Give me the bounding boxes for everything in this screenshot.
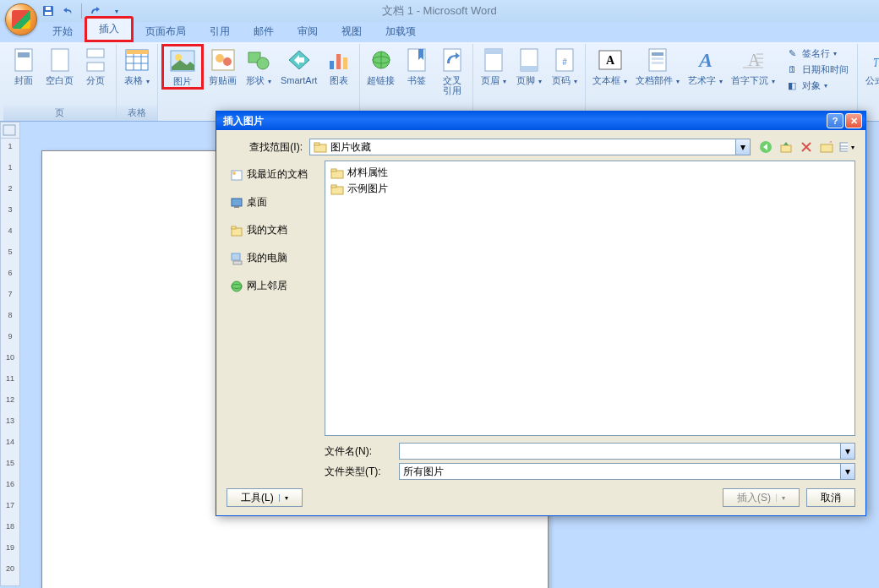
date-time-button[interactable]: 🗓日期和时间 <box>783 62 850 77</box>
up-one-level-button[interactable] <box>778 139 794 155</box>
hyperlink-button[interactable]: 超链接 <box>363 44 398 88</box>
svg-rect-50 <box>314 143 319 145</box>
cross-ref-button[interactable]: 交叉 引用 <box>435 44 469 98</box>
look-in-combo[interactable]: 图片收藏 ▾ <box>309 139 751 155</box>
place-recent[interactable]: 我最近的文档 <box>227 162 318 187</box>
group-illustrations: 图片 剪贴画 形状 SmartArt 图表 插图 <box>158 44 360 121</box>
svg-rect-38 <box>652 52 663 56</box>
cancel-button[interactable]: 取消 <box>806 488 855 507</box>
page-number-button[interactable]: # 页码 <box>548 44 581 89</box>
svg-point-61 <box>232 172 236 175</box>
qat-undo-button[interactable] <box>61 3 76 19</box>
wordart-icon: A <box>692 46 719 74</box>
file-item-2[interactable]: 示例图片 <box>329 181 851 197</box>
filetype-label: 文件类型(T): <box>325 465 392 479</box>
place-mycomputer[interactable]: 我的电脑 <box>227 246 318 270</box>
drop-cap-button[interactable]: A 首字下沉 <box>728 44 778 89</box>
group-text: A 文本框 文档部件 A 艺术字 A 首字下沉 ✎签名行▾ 🗓日期和时间 ◧对象… <box>586 44 858 121</box>
svg-rect-3 <box>15 49 32 71</box>
drop-cap-icon: A <box>740 46 767 74</box>
equation-button[interactable]: π 公式 <box>861 44 879 89</box>
tab-insert[interactable]: 插入 <box>85 16 134 42</box>
wordart-button[interactable]: A 艺术字 <box>685 44 726 89</box>
place-network[interactable]: 网上邻居 <box>227 274 318 298</box>
tab-references[interactable]: 引用 <box>198 21 242 42</box>
group-pages-label: 页 <box>3 105 116 121</box>
file-item-1[interactable]: 材料属性 <box>329 165 851 181</box>
smartart-button[interactable]: SmartArt <box>277 44 320 88</box>
tab-mailings[interactable]: 邮件 <box>242 21 286 42</box>
ruler-corner-icon <box>1 122 19 138</box>
svg-rect-13 <box>126 50 148 54</box>
filetype-combo[interactable]: 所有图片▾ <box>399 463 855 480</box>
ribbon-tabs: 开始 插入 页面布局 引用 邮件 审阅 视图 加载项 <box>0 22 879 42</box>
new-folder-button[interactable]: * <box>818 139 835 155</box>
hyperlink-icon <box>368 46 395 74</box>
signature-line-button[interactable]: ✎签名行▾ <box>783 46 850 61</box>
tab-page-layout[interactable]: 页面布局 <box>134 21 198 42</box>
bookmark-button[interactable]: 书签 <box>400 44 434 88</box>
textbox-icon: A <box>597 46 624 74</box>
tab-addins[interactable]: 加载项 <box>374 21 428 42</box>
blank-page-button[interactable]: 空白页 <box>42 44 77 88</box>
picture-button[interactable]: 图片 <box>161 44 204 90</box>
group-symbols: π 公式 符号 <box>858 44 879 121</box>
svg-rect-71 <box>331 169 336 172</box>
place-desktop[interactable]: 桌面 <box>227 190 318 215</box>
footer-button[interactable]: 页脚 <box>512 44 546 89</box>
tools-button[interactable]: 工具(L)▾ <box>227 488 303 507</box>
filetype-dropdown[interactable]: ▾ <box>840 464 854 479</box>
svg-point-20 <box>257 57 269 69</box>
tab-review[interactable]: 审阅 <box>286 21 330 42</box>
look-in-dropdown[interactable]: ▾ <box>735 139 750 155</box>
dialog-help-button[interactable]: ? <box>827 113 844 128</box>
filename-input[interactable]: ▾ <box>399 443 855 460</box>
look-in-label: 查找范围(I): <box>227 140 303 155</box>
file-list[interactable]: 材料属性 示例图片 <box>325 161 855 436</box>
shapes-button[interactable]: 形状 <box>242 44 276 89</box>
page-number-icon: # <box>551 46 578 74</box>
dialog-body: 查找范围(I): 图片收藏 ▾ * 我最近的文档 桌面 我的文档 <box>216 130 865 515</box>
textbox-button[interactable]: A 文本框 <box>589 44 631 89</box>
cross-ref-icon <box>439 46 466 74</box>
cover-page-button[interactable]: 封面 <box>7 44 41 88</box>
views-button[interactable] <box>838 139 855 155</box>
delete-button[interactable] <box>798 139 815 155</box>
svg-rect-22 <box>336 54 341 69</box>
office-button[interactable] <box>5 3 37 35</box>
svg-rect-21 <box>330 61 334 69</box>
quick-parts-button[interactable]: 文档部件 <box>632 44 683 89</box>
page-break-button[interactable]: 分页 <box>79 44 112 88</box>
svg-rect-30 <box>485 49 502 54</box>
group-tables: 表格 表格 <box>117 44 158 121</box>
svg-rect-48 <box>3 125 15 135</box>
dialog-title-bar[interactable]: 插入图片 ? ✕ <box>216 112 865 130</box>
filename-dropdown[interactable]: ▾ <box>840 444 854 459</box>
tab-home[interactable]: 开始 <box>41 21 85 42</box>
svg-text:*: * <box>829 141 833 148</box>
insert-button[interactable]: 插入(S)▾ <box>723 488 800 507</box>
footer-icon <box>516 46 543 74</box>
svg-point-17 <box>216 54 224 63</box>
svg-rect-1 <box>45 12 52 15</box>
place-mydocs[interactable]: 我的文档 <box>227 218 318 242</box>
svg-rect-67 <box>233 261 242 264</box>
svg-text:π: π <box>874 50 879 71</box>
clipart-button[interactable]: 剪贴画 <box>205 44 240 88</box>
header-button[interactable]: 页眉 <box>477 44 510 89</box>
dialog-close-button[interactable]: ✕ <box>845 113 862 128</box>
vertical-ruler: 1 1 2 3 4 5 6 7 8 9 10 11 12 13 14 15 16… <box>0 139 20 586</box>
table-button[interactable]: 表格 <box>120 44 154 89</box>
qat-save-button[interactable] <box>41 3 56 19</box>
signature-icon: ✎ <box>785 46 799 60</box>
desktop-icon <box>230 196 243 210</box>
tab-view[interactable]: 视图 <box>330 21 374 42</box>
back-button[interactable] <box>757 139 774 155</box>
chart-button[interactable]: 图表 <box>322 44 356 88</box>
svg-rect-65 <box>232 226 236 229</box>
save-icon <box>42 5 54 17</box>
object-button[interactable]: ◧对象▾ <box>783 78 850 93</box>
group-header-footer: 页眉 页脚 # 页码 页眉和页脚 <box>473 44 586 121</box>
group-links: 超链接 书签 交叉 引用 链接 <box>360 44 473 121</box>
ribbon: 封面 空白页 分页 页 表格 表格 图片 <box>0 42 879 122</box>
